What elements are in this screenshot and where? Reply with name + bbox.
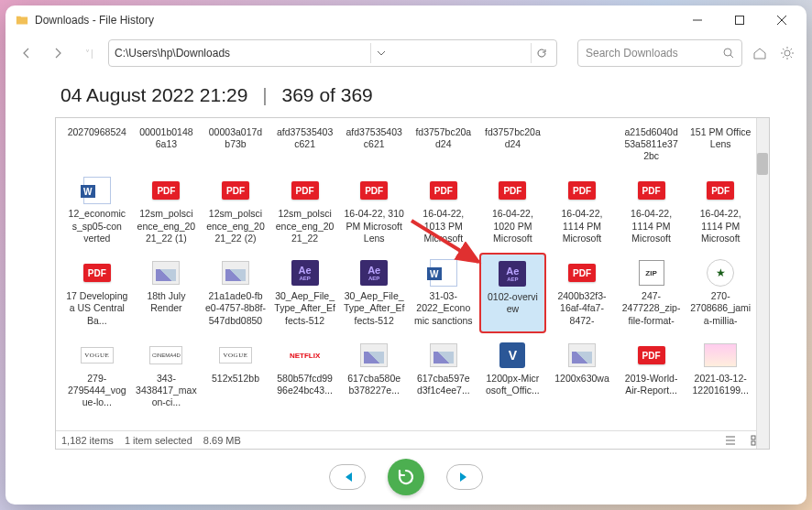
- minimize-button[interactable]: [676, 5, 719, 35]
- file-item[interactable]: afd37535403​c621: [340, 122, 408, 168]
- svg-rect-0: [736, 16, 744, 25]
- back-button[interactable]: [15, 41, 38, 65]
- file-item[interactable]: PDF16-04-22, 1013 PM Microsoft Lens: [410, 170, 477, 251]
- file-item[interactable]: 18th July Render: [133, 253, 201, 333]
- search-icon: [723, 48, 734, 59]
- file-item[interactable]: PDF16-04-22, 310 PM Microsoft Lens: [340, 170, 408, 251]
- file-item[interactable]: CINEMA4D343-3438417_maxon-ci...: [133, 335, 201, 415]
- file-item[interactable]: PDF16-04-22, 1114 PM Microsoft Lens (2): [618, 170, 686, 251]
- file-label: 0102-overvi​ew: [483, 291, 543, 315]
- address-bar[interactable]: C:\Users\hp\Downloads: [108, 39, 557, 67]
- refresh-button[interactable]: [531, 43, 551, 63]
- next-version-button[interactable]: [446, 464, 483, 490]
- file-label: 00001b0148​6a13: [136, 126, 198, 150]
- file-label: 151 PM Office Lens: [689, 126, 752, 150]
- file-item[interactable]: PDF16-04-22, 1020 PM Microsoft Lens: [479, 170, 547, 251]
- maximize-button[interactable]: [719, 5, 761, 35]
- file-label: 00003a017d​b73b: [204, 126, 267, 150]
- file-item[interactable]: PDF16-04-22, 1114 PM Microsoft Lens: [686, 170, 754, 251]
- file-label: 1200x630wa: [551, 373, 613, 385]
- forward-button[interactable]: [46, 41, 70, 65]
- file-item[interactable]: PDF12sm_polsci​ence_eng_2021_22 (2): [202, 170, 269, 251]
- statusbar: 1,182 items 1 item selected 8.69 MB: [56, 430, 769, 449]
- search-input[interactable]: Search Downloads: [577, 39, 742, 67]
- image-thumb-icon: [222, 261, 249, 285]
- file-label: 18th July Render: [136, 290, 198, 314]
- scrollbar[interactable]: [756, 118, 769, 449]
- file-item-selected[interactable]: AeAEP0102-overvi​ew: [479, 253, 547, 333]
- address-dropdown-icon[interactable]: [370, 43, 390, 63]
- pdf-icon: PDF: [360, 181, 388, 200]
- file-label: 17 Developing a US Central Ba...: [66, 290, 128, 326]
- file-item[interactable]: fd3757bc20a​d24: [479, 122, 547, 168]
- file-item[interactable]: 00003a017d​b73b: [202, 122, 269, 168]
- file-item[interactable]: 151 PM Office Lens: [686, 122, 754, 168]
- svg-rect-3: [752, 436, 755, 439]
- file-label: 30_Aep_File_Type_After_Effects-512: [343, 290, 405, 326]
- app-icon: [15, 13, 29, 27]
- pdf-icon: PDF: [152, 181, 180, 200]
- file-label: 2019-World-Air-Report...: [620, 373, 683, 396]
- file-item[interactable]: [548, 122, 616, 168]
- pdf-icon: PDF: [83, 264, 111, 282]
- previous-version-button[interactable]: [329, 464, 366, 490]
- pdf-icon: PDF: [291, 181, 319, 200]
- file-item[interactable]: AeAEP30_Aep_File_Type_After_Effects-512: [340, 253, 408, 333]
- file-item[interactable]: afd37535403​c621: [271, 122, 339, 168]
- svg-point-1: [724, 49, 731, 56]
- file-label: 580b57fcd99​96e24bc43...: [274, 373, 336, 396]
- file-item[interactable]: VOGUE512x512bb: [202, 335, 269, 415]
- recent-button[interactable]: ˅ |: [77, 41, 101, 65]
- image-thumb-icon: [360, 343, 388, 367]
- file-label: 2021-03-12-122016199...: [689, 373, 752, 396]
- pdf-icon: PDF: [638, 181, 665, 200]
- file-item[interactable]: 31-03-2022_Economic sanctions in the era…: [410, 253, 477, 333]
- file-item[interactable]: a215d6040d​53a5811e37​2bc: [618, 122, 686, 168]
- file-item[interactable]: PDF2400b32f3-16af-4fa7-8472-71473362c4​9…: [548, 253, 616, 333]
- titlebar[interactable]: Downloads - File History: [5, 5, 807, 35]
- file-item[interactable]: 2021-03-12-122016199...: [686, 335, 754, 415]
- image-thumb-icon: VOGUE: [219, 347, 252, 364]
- navigation-toolbar: ˅ | C:\Users\hp\Downloads Search Downloa…: [5, 35, 807, 71]
- file-item[interactable]: 2027096852​4: [63, 122, 131, 168]
- restore-button[interactable]: [388, 459, 424, 495]
- after-effects-icon: AeAEP: [291, 260, 319, 286]
- file-label: 16-04-22, 1020 PM Microsoft Lens: [482, 208, 544, 244]
- file-item[interactable]: VOGUE279-2795444_vogue-lo...: [63, 335, 131, 415]
- svg-point-2: [785, 50, 790, 56]
- file-item[interactable]: AeAEP30_Aep_File_Type_After_Effects-512: [271, 253, 339, 333]
- snapshot-header: 04 August 2022 21:29 | 369 of 369: [5, 71, 807, 114]
- scrollbar-thumb[interactable]: [757, 153, 768, 175]
- close-button[interactable]: [761, 5, 803, 35]
- file-label: fd3757bc20a​d24: [412, 126, 475, 150]
- file-item[interactable]: 21a1ade0-fb​e0-4757-8b8f-547dbd0850​99: [202, 253, 269, 333]
- file-item[interactable]: fd3757bc20a​d24: [410, 122, 477, 168]
- file-item[interactable]: ZIP247-2477228_zip-file-format-free-icon…: [618, 253, 686, 333]
- svg-rect-5: [752, 441, 755, 445]
- file-label: 2400b32f3-16af-4fa7-8472-71473362c4​98: [551, 290, 613, 327]
- file-item[interactable]: 12_economic​s_sp05-con​verted: [63, 170, 131, 251]
- file-item[interactable]: PDF12sm_polsci​ence_eng_2021_22: [271, 170, 339, 251]
- file-pane: 2027096852​400001b0148​6a1300003a017d​b7…: [55, 117, 770, 450]
- file-item[interactable]: PDF17 Developing a US Central Ba...: [63, 253, 131, 333]
- file-item[interactable]: PDF12sm_polsci​ence_eng_2021_22 (1): [133, 170, 201, 251]
- details-view-icon[interactable]: [723, 433, 738, 448]
- file-item[interactable]: 1200x630wa: [548, 335, 616, 415]
- file-item[interactable]: 00001b0148​6a13: [133, 122, 201, 168]
- file-item[interactable]: NETFLIX580b57fcd99​96e24bc43...: [271, 335, 339, 415]
- file-label: 1200px-Micr​osoft_Offic...: [482, 373, 544, 396]
- after-effects-icon: AeAEP: [360, 260, 388, 286]
- file-label: 270-2708686_jamia-millia-islamia-logo: [689, 290, 752, 327]
- image-thumb-icon: NETFLIX: [289, 347, 322, 364]
- settings-icon[interactable]: [777, 43, 797, 63]
- file-label: afd37535403​c621: [274, 126, 336, 150]
- file-label: a215d6040d​53a5811e37​2bc: [620, 126, 683, 162]
- file-item[interactable]: PDF2019-World-Air-Report...: [618, 335, 686, 415]
- file-item[interactable]: PDF16-04-22, 1114 PM Microsoft Lens (1): [548, 170, 616, 251]
- file-item[interactable]: 617cba580e​b378227e...: [340, 335, 408, 415]
- home-icon[interactable]: [750, 43, 770, 63]
- file-item[interactable]: 617cba597e​d3f1c4ee7...: [410, 335, 477, 415]
- file-item[interactable]: 270-2708686_jamia-millia-islamia-logo: [686, 253, 754, 333]
- file-item[interactable]: V1200px-Micr​osoft_Offic...: [479, 335, 547, 415]
- file-label: 12_economic​s_sp05-con​verted: [66, 208, 128, 244]
